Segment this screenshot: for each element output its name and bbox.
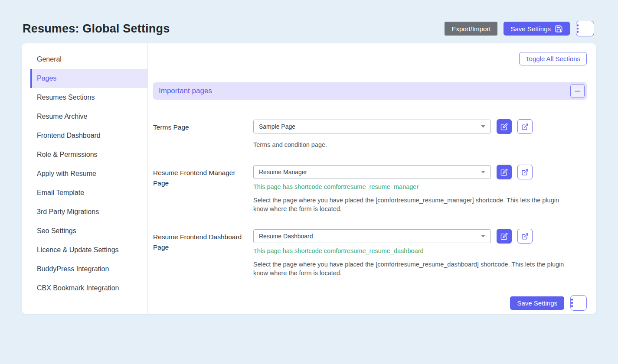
field-control: Resume Manager: [253, 165, 587, 213]
vertical-dots-icon: [571, 298, 586, 308]
export-import-button[interactable]: Export/Import: [445, 22, 497, 36]
footer-actions: Save Settings: [153, 295, 587, 311]
edit-icon: [500, 169, 508, 176]
topbar: Resumes: Global Settings Export/Import S…: [0, 0, 618, 36]
select-row: Resume Manager: [253, 165, 587, 179]
sidebar-item-licence-update-settings[interactable]: Licence & Update Settings: [30, 240, 147, 260]
field-description: Select the page where you have placed th…: [253, 196, 575, 213]
external-link-icon: [521, 123, 529, 130]
terms-page-select[interactable]: Sample Page: [253, 120, 491, 133]
chevron-down-icon: [481, 125, 485, 128]
vertical-dots-icon: [576, 24, 594, 33]
edit-icon: [500, 123, 508, 130]
sidebar-item-email-template[interactable]: Email Template: [30, 183, 147, 202]
field-row-resume-frontend-dashboard-page: Resume Frontend Dashboard Page Resume Da…: [153, 229, 587, 277]
save-settings-button-bottom[interactable]: Save Settings: [510, 296, 564, 310]
sidebar-item-buddypress-integration[interactable]: BuddyPress Integration: [30, 260, 147, 279]
section-title: Important pages: [159, 87, 212, 95]
external-link-icon: [521, 233, 529, 240]
resume-frontend-dashboard-page-select[interactable]: Resume Dashboard: [253, 229, 491, 243]
external-link-icon: [521, 169, 529, 176]
chevron-down-icon: [481, 235, 485, 237]
minus-icon: [574, 88, 581, 94]
save-settings-button-top[interactable]: Save Settings: [504, 22, 570, 36]
shortcode-note: This page has shortcode comfortresume_re…: [253, 183, 587, 190]
sidebar-item-3rd-party-migrations[interactable]: 3rd Party Migrations: [30, 202, 147, 221]
shortcode-note: This page has shortcode comfortresume_re…: [253, 247, 587, 254]
select-value: Sample Page: [259, 123, 295, 130]
sidebar-item-resume-archive[interactable]: Resume Archive: [30, 107, 147, 126]
section-header-important-pages[interactable]: Important pages: [153, 82, 587, 100]
select-row: Resume Dashboard: [253, 229, 587, 244]
field-label: Resume Frontend Dashboard Page: [153, 229, 253, 277]
edit-resume-manager-page-button[interactable]: [497, 165, 512, 179]
page-title: Resumes: Global Settings: [23, 22, 170, 36]
field-description: Terms and condition page.: [253, 140, 575, 149]
settings-card: General Pages Resumes Sections Resume Ar…: [22, 43, 596, 314]
field-control: Sample Page: [253, 119, 587, 149]
field-description: Select the page where you have placed th…: [253, 260, 575, 277]
edit-icon: [500, 233, 508, 240]
resume-frontend-manager-page-select[interactable]: Resume Manager: [253, 165, 491, 179]
view-resume-manager-page-button[interactable]: [517, 165, 533, 179]
edit-terms-page-button[interactable]: [497, 119, 512, 134]
field-control: Resume Dashboard: [253, 229, 587, 277]
sidebar-item-resumes-sections[interactable]: Resumes Sections: [30, 88, 147, 107]
sidebar-item-general[interactable]: General: [30, 50, 147, 69]
toggle-all-sections-button[interactable]: Toggle All Sections: [519, 52, 587, 65]
sidebar-item-apply-with-resume[interactable]: Apply with Resume: [30, 164, 147, 183]
collapse-section-button[interactable]: [570, 84, 585, 98]
sidebar: General Pages Resumes Sections Resume Ar…: [22, 43, 148, 314]
field-label: Resume Frontend Manager Page: [153, 165, 253, 213]
view-resume-dashboard-page-button[interactable]: [517, 229, 533, 244]
field-row-resume-frontend-manager-page: Resume Frontend Manager Page Resume Mana…: [153, 165, 587, 213]
save-icon: [555, 25, 563, 33]
sidebar-item-seo-settings[interactable]: Seo Settings: [30, 221, 147, 240]
view-terms-page-button[interactable]: [517, 119, 533, 134]
sidebar-item-pages[interactable]: Pages: [30, 69, 147, 88]
edit-resume-dashboard-page-button[interactable]: [497, 229, 512, 244]
fields: Terms Page Sample Page: [153, 119, 587, 277]
sidebar-item-role-permissions[interactable]: Role & Permissions: [30, 145, 147, 164]
select-value: Resume Dashboard: [259, 233, 313, 240]
more-options-button-bottom[interactable]: [570, 295, 587, 311]
select-row: Sample Page: [253, 119, 587, 134]
field-row-terms-page: Terms Page Sample Page: [153, 119, 587, 149]
more-options-button-top[interactable]: [576, 21, 594, 36]
settings-content: Toggle All Sections Important pages Term…: [148, 43, 596, 314]
select-value: Resume Manager: [259, 169, 307, 176]
sidebar-item-frontend-dashboard[interactable]: Frontend Dashboard: [30, 126, 147, 145]
save-settings-label-top: Save Settings: [510, 25, 551, 32]
toggle-row: Toggle All Sections: [153, 52, 587, 65]
topbar-actions: Export/Import Save Settings: [445, 21, 594, 36]
sidebar-item-cbx-bookmark-integration[interactable]: CBX Bookmark Integration: [30, 279, 147, 298]
chevron-down-icon: [481, 171, 485, 173]
field-label: Terms Page: [153, 119, 253, 149]
